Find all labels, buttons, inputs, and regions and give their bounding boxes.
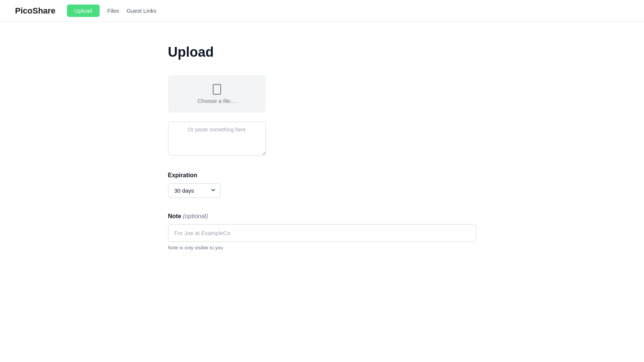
expiration-label: Expiration <box>168 172 476 179</box>
expiration-select-wrapper: 1 day 7 days 30 days 90 days 1 year Neve… <box>168 183 221 198</box>
expiration-section: Expiration 1 day 7 days 30 days 90 days … <box>168 172 476 213</box>
file-icon <box>213 84 221 95</box>
navbar: PicoShare Upload Files Guest Links <box>0 0 644 22</box>
file-drop-zone[interactable]: Choose a file… <box>168 75 266 113</box>
guest-links-nav-link[interactable]: Guest Links <box>127 8 156 14</box>
paste-textarea[interactable] <box>168 122 266 155</box>
note-input[interactable] <box>168 224 476 242</box>
note-hint: Note is only visible to you <box>168 245 476 250</box>
nav-logo[interactable]: PicoShare <box>15 6 56 16</box>
expiration-select[interactable]: 1 day 7 days 30 days 90 days 1 year Neve… <box>168 183 221 198</box>
upload-nav-button[interactable]: Upload <box>67 5 100 17</box>
file-choose-label: Choose a file… <box>197 98 236 104</box>
page-title: Upload <box>168 44 476 60</box>
note-section: Note (optional) Note is only visible to … <box>168 213 476 250</box>
main-content: Upload Choose a file… Expiration 1 day 7… <box>153 22 491 273</box>
note-label: Note (optional) <box>168 213 476 220</box>
files-nav-link[interactable]: Files <box>107 8 119 14</box>
